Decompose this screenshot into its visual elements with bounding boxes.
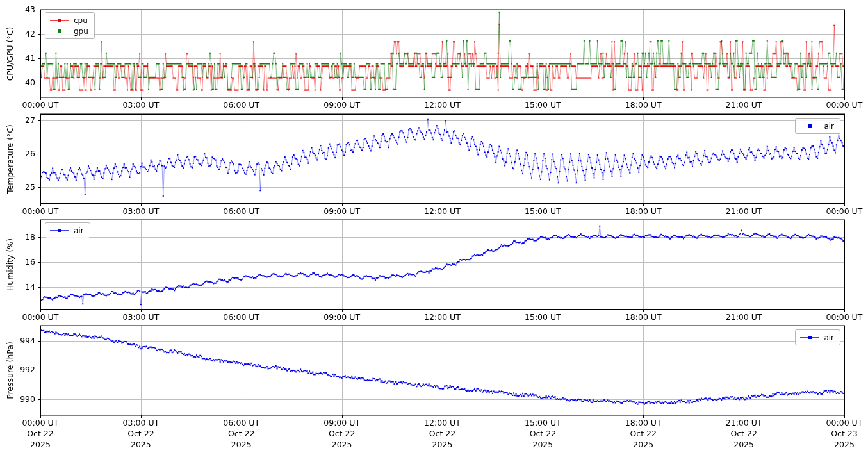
legend-cpu-gpu-temperature: cpugpu (45, 12, 95, 39)
legend-air-humidity: air (45, 222, 90, 238)
legend-entry-gpu: gpu (50, 26, 88, 37)
x-tick-label: 00:00 UT (12, 418, 69, 428)
x-tick-label: 09:00 UT (313, 100, 371, 110)
x-tick-label: 03:00 UT (112, 100, 170, 110)
x-tick-label: 06:00 UT (213, 418, 270, 428)
x-tick-label: 21:00 UT (715, 206, 773, 217)
x-tick-label: 03:00 UT (112, 206, 170, 217)
legend-label-air: air (824, 333, 834, 342)
y-tick-label: 994 (8, 336, 35, 346)
x-tick-year: 2025 (514, 440, 571, 450)
x-tick-label: 18:00 UT (614, 100, 672, 110)
x-tick-label: 00:00 UT (815, 206, 868, 217)
x-tick-label: 03:00 UT (112, 312, 170, 322)
figure: CPU/GPU (°C) Temperature (°C) Humidity (… (0, 0, 868, 455)
x-tick-label: 12:00 UT (414, 100, 471, 110)
x-tick-label: 09:00 UT (313, 206, 371, 217)
legend-entry-air: air (800, 332, 834, 343)
x-tick-year: 2025 (614, 440, 672, 450)
x-tick-label: 12:00 UT (414, 206, 471, 217)
x-tick-date: Oct 22 (514, 429, 571, 439)
y-tick-label: 40 (8, 78, 35, 88)
x-tick-date: Oct 22 (414, 429, 471, 439)
x-tick-year: 2025 (12, 440, 69, 450)
y-tick-label: 42 (8, 29, 35, 39)
x-tick-date: Oct 23 (815, 429, 868, 439)
y-tick-label: 43 (8, 4, 35, 15)
x-tick-label: 00:00 UT (815, 418, 868, 428)
x-tick-date: Oct 22 (112, 429, 170, 439)
x-tick-label: 12:00 UT (414, 418, 471, 428)
legend-marker-icon (808, 336, 812, 339)
x-tick-label: 06:00 UT (213, 100, 270, 110)
y-tick-label: 25 (8, 182, 35, 192)
legend-label-air: air (74, 226, 84, 235)
x-tick-label: 00:00 UT (12, 206, 69, 217)
charts-canvas (0, 0, 868, 455)
x-tick-label: 15:00 UT (514, 312, 571, 322)
legend-entry-cpu: cpu (50, 15, 88, 26)
x-tick-year: 2025 (715, 440, 773, 450)
x-tick-label: 21:00 UT (715, 312, 773, 322)
x-tick-label: 09:00 UT (313, 418, 371, 428)
legend-line-sample-air (50, 228, 69, 233)
x-tick-label: 00:00 UT (815, 312, 868, 322)
legend-label-air: air (824, 122, 834, 131)
x-tick-label: 15:00 UT (514, 100, 571, 110)
x-tick-label: 18:00 UT (614, 418, 672, 428)
y-tick-label: 41 (8, 53, 35, 63)
x-tick-label: 18:00 UT (614, 312, 672, 322)
x-tick-date: Oct 22 (614, 429, 672, 439)
legend-label-cpu: cpu (74, 16, 88, 25)
legend-marker-icon (58, 29, 61, 33)
y-tick-label: 14 (8, 282, 35, 292)
x-tick-label: 18:00 UT (614, 206, 672, 217)
x-tick-label: 15:00 UT (514, 206, 571, 217)
x-tick-label: 21:00 UT (715, 418, 773, 428)
x-tick-date: Oct 22 (313, 429, 371, 439)
legend-line-sample-air (800, 123, 819, 129)
x-tick-label: 21:00 UT (715, 100, 773, 110)
x-tick-label: 09:00 UT (313, 312, 371, 322)
legend-line-sample-cpu (50, 17, 69, 23)
x-tick-year: 2025 (815, 440, 868, 450)
y-tick-label: 16 (8, 257, 35, 267)
x-tick-label: 15:00 UT (514, 418, 571, 428)
y-tick-label: 26 (8, 149, 35, 159)
x-tick-label: 00:00 UT (815, 100, 868, 110)
legend-label-gpu: gpu (74, 27, 88, 36)
x-tick-label: 06:00 UT (213, 312, 270, 322)
x-tick-date: Oct 22 (12, 429, 69, 439)
y-tick-label: 990 (8, 394, 35, 404)
legend-marker-icon (58, 19, 61, 22)
x-tick-year: 2025 (313, 440, 371, 450)
legend-air-temperature: air (795, 118, 840, 134)
legend-entry-air: air (50, 225, 84, 236)
x-tick-year: 2025 (112, 440, 170, 450)
x-tick-label: 00:00 UT (12, 312, 69, 322)
legend-air-pressure: air (795, 329, 840, 345)
x-tick-label: 06:00 UT (213, 206, 270, 217)
legend-line-sample-air (800, 335, 819, 340)
y-tick-label: 992 (8, 365, 35, 375)
legend-entry-air: air (800, 120, 834, 131)
x-tick-date: Oct 22 (715, 429, 773, 439)
y-tick-label: 27 (8, 115, 35, 126)
x-tick-label: 00:00 UT (12, 100, 69, 110)
x-tick-date: Oct 22 (213, 429, 270, 439)
legend-line-sample-gpu (50, 28, 69, 34)
y-tick-label: 18 (8, 232, 35, 242)
x-tick-label: 03:00 UT (112, 418, 170, 428)
x-tick-year: 2025 (213, 440, 270, 450)
x-tick-year: 2025 (414, 440, 471, 450)
legend-marker-icon (808, 124, 812, 128)
legend-marker-icon (58, 229, 61, 232)
x-tick-label: 12:00 UT (414, 312, 471, 322)
